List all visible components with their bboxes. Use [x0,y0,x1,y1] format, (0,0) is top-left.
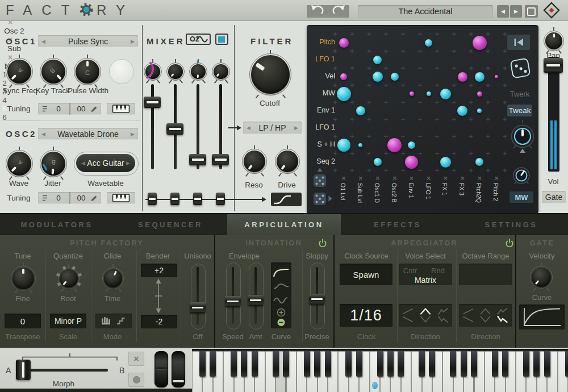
chevron-right-icon[interactable]: ▶ [131,131,135,137]
pulse-width-knob[interactable]: C [74,58,101,85]
tab-effects[interactable]: EFFECTS [341,214,454,235]
black-key[interactable] [377,351,383,377]
gate-curve-display[interactable] [519,305,565,330]
matrix-col-label[interactable]: Osc1 D [374,183,381,203]
clock-source-value[interactable]: Spawn [340,264,392,285]
matrix-mod-dot[interactable] [477,91,482,97]
voice-option-rnd[interactable]: Rnd [431,266,445,275]
black-key[interactable] [533,351,540,377]
black-key[interactable] [398,351,404,377]
matrix-col-label[interactable]: Osc2 B [391,183,398,202]
matrix-col-label[interactable]: Ptch2Q [475,183,482,203]
wave-knob[interactable]: A [6,150,33,177]
mixer-send-handle[interactable] [193,193,202,205]
tab-sequencer[interactable]: SEQUENCER [114,214,227,235]
pan-knob[interactable] [544,31,564,51]
matrix-mod-dot[interactable] [340,73,347,80]
matrix-mod-dot[interactable] [374,158,382,166]
matrix-col-clear-icon[interactable]: × [392,174,397,182]
mixer-sub-fader[interactable] [189,154,206,165]
matrix-mod-dot[interactable] [410,91,414,96]
mixer-osc2-knob[interactable] [166,62,185,81]
reso-knob[interactable] [242,149,267,174]
black-key[interactable] [325,351,331,377]
amt-fader[interactable] [248,295,264,306]
black-key[interactable] [283,351,289,377]
mixer-sync-button[interactable] [215,34,228,45]
matrix-row-label[interactable]: Env 1 [307,106,335,114]
matrix-mod-dot[interactable] [339,38,349,48]
vol-fader-handle[interactable] [544,58,563,73]
cutoff-knob[interactable] [249,53,291,95]
chevron-left-icon[interactable]: ◀ [41,131,45,137]
bend-up-value[interactable]: +2 [141,264,177,277]
tab-settings[interactable]: SETTINGS [454,214,568,235]
black-key[interactable] [492,351,498,377]
matrix-mod-dot[interactable] [373,56,382,64]
matrix-mod-dot[interactable] [440,157,451,168]
black-key[interactable] [345,351,352,377]
morph-record-button[interactable] [128,373,144,387]
save-button[interactable] [525,5,538,18]
black-key[interactable] [429,351,435,377]
black-key[interactable] [544,351,550,377]
sloppy-fader[interactable] [309,294,325,305]
osc2-keyboard-mode-button[interactable] [107,192,135,204]
matrix-mod-dot[interactable] [408,141,415,149]
black-key[interactable] [304,351,310,377]
filter-mode-select[interactable]: ◀ LP / HP ▶ [243,122,302,134]
black-key[interactable] [387,351,394,377]
matrix-row-label[interactable]: LFO 1 [307,55,335,63]
mixer-sub-knob[interactable] [189,62,207,81]
twerk-label[interactable]: Twerk [510,90,530,98]
wavetable-select[interactable]: ◀ Acc Guitar ▶ [76,154,135,172]
osc2-cents-value[interactable]: 00 [74,194,89,202]
matrix-reset-button[interactable] [507,35,530,50]
glide-mode-box[interactable] [95,314,132,328]
tune-knob[interactable] [11,266,36,291]
matrix-row-label[interactable]: Pitch [307,38,335,46]
morph-slider-handle[interactable] [16,360,31,380]
matrix-col-label[interactable]: FX 3 [458,183,465,195]
preset-next-button[interactable]: ▶ [510,5,522,18]
black-key[interactable] [356,351,362,377]
matrix-row-label[interactable]: MW [307,89,335,97]
chevron-left-icon[interactable]: ◀ [41,39,45,44]
mod-wheel[interactable] [172,351,185,387]
bend-down-value[interactable]: -2 [141,315,177,328]
osc2-semitone-value[interactable]: 0 [51,194,66,202]
black-key[interactable] [199,351,206,377]
fader-track[interactable] [232,267,234,324]
mixer-noise-knob[interactable] [212,62,230,81]
black-key[interactable] [450,351,456,377]
mixer-osc1-knob[interactable] [144,62,162,81]
tab-modulators[interactable]: MODULATORS [0,214,114,235]
voice-option-matrix[interactable]: Matrix [415,276,436,285]
black-key[interactable] [314,351,320,377]
black-key[interactable] [523,351,529,377]
black-key[interactable] [210,351,216,377]
fader-track[interactable] [197,267,199,325]
matrix-mod-dot[interactable] [427,91,431,96]
osc1-semitone-value[interactable]: 0 [51,105,66,113]
matrix-col-label[interactable]: O1 Lvl [340,183,346,200]
matrix-col-label[interactable]: LFO 1 [425,183,432,199]
pitch-wheel[interactable] [154,351,168,387]
matrix-row-label[interactable]: Vel [307,72,335,80]
preset-name-field[interactable]: The Accidental [358,5,493,18]
gate-button[interactable]: Gate [542,191,566,203]
gate-velocity-knob[interactable] [530,266,553,289]
matrix-col-clear-icon[interactable]: × [341,174,346,182]
octave-option[interactable]: 4 [0,96,9,105]
matrix-mod-dot[interactable] [373,72,383,82]
osc1-mode-select[interactable]: ◀ Pulse Sync ▶ [38,35,138,47]
matrix-mod-dot[interactable] [337,139,350,152]
scale-value[interactable]: Minor P [50,314,86,328]
matrix-mod-dot[interactable] [440,89,451,99]
piano-keyboard[interactable] [192,349,568,392]
chevron-left-icon[interactable]: ◀ [81,160,85,166]
matrix-mod-dot[interactable] [458,72,467,82]
matrix-mod-dot[interactable] [356,106,365,115]
black-key[interactable] [565,351,568,377]
black-key[interactable] [273,351,279,377]
